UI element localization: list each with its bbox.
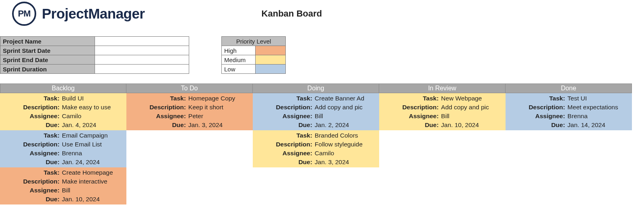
card-field-value: Jan. 24, 2024 bbox=[62, 158, 126, 167]
card-field-value: Use Email List bbox=[62, 140, 126, 149]
project-info-value[interactable] bbox=[95, 46, 189, 55]
card-row-due: Due:Jan. 10, 2024 bbox=[0, 195, 126, 204]
card-field-label: Due: bbox=[253, 158, 315, 167]
kanban-card[interactable]: Task:Email CampaignDescription:Use Email… bbox=[0, 130, 126, 167]
legend-swatch bbox=[256, 46, 286, 55]
project-info-value[interactable] bbox=[95, 65, 189, 74]
kanban-card[interactable]: Task:New WebpageDescription:Add copy and… bbox=[379, 93, 506, 130]
card-field-value: Jan. 3, 2024 bbox=[188, 121, 253, 129]
logo-mark: PM bbox=[12, 2, 36, 26]
project-info-label: Sprint Duration bbox=[0, 65, 95, 74]
card-field-value: Jan. 3, 2024 bbox=[315, 158, 379, 167]
card-row-task: Task:Email Campaign bbox=[0, 131, 126, 140]
card-row-due: Due:Jan. 14, 2024 bbox=[506, 121, 632, 129]
card-field-label: Description: bbox=[0, 103, 62, 112]
card-row-due: Due:Jan. 3, 2024 bbox=[253, 158, 379, 167]
card-field-label: Due: bbox=[253, 121, 315, 129]
card-field-value: Jan. 10, 2024 bbox=[62, 195, 126, 204]
card-row-assignee: Assignee:Bill bbox=[0, 186, 126, 195]
priority-legend: Priority LevelHighMediumLow bbox=[221, 36, 286, 74]
card-field-label: Description: bbox=[379, 103, 441, 112]
card-field-label: Assignee: bbox=[0, 149, 62, 158]
board-column: DoneTask:Test UIDescription:Meet expecta… bbox=[506, 83, 632, 204]
card-row-due: Due:Jan. 4, 2024 bbox=[0, 121, 126, 129]
project-info-value[interactable] bbox=[95, 55, 189, 65]
card-field-label: Assignee: bbox=[253, 149, 315, 158]
logo-text: ProjectManager bbox=[42, 6, 145, 22]
card-field-value: Camilo bbox=[62, 112, 126, 121]
legend-level-name: High bbox=[222, 46, 256, 55]
kanban-card[interactable]: Task:Create Banner AdDescription:Add cop… bbox=[253, 93, 379, 130]
kanban-card[interactable]: Task:Create HomepageDescription:Make int… bbox=[0, 167, 126, 204]
card-field-value: Create Homepage bbox=[62, 168, 126, 177]
card-field-value: Camilo bbox=[315, 149, 379, 158]
card-field-value: Jan. 2, 2024 bbox=[315, 121, 379, 129]
card-row-task: Task:Create Homepage bbox=[0, 168, 126, 177]
card-row-due: Due:Jan. 10, 2024 bbox=[379, 121, 506, 129]
card-field-label: Description: bbox=[253, 140, 315, 149]
card-field-value: Brenna bbox=[568, 112, 632, 121]
card-field-value: Bill bbox=[315, 112, 379, 121]
card-row-due: Due:Jan. 2, 2024 bbox=[253, 121, 379, 129]
card-row-task: Task:Test UI bbox=[506, 94, 632, 103]
card-field-label: Assignee: bbox=[253, 112, 315, 121]
card-field-value: Make easy to use bbox=[62, 103, 126, 112]
card-row-task: Task:Branded Colors bbox=[253, 131, 379, 140]
card-field-label: Description: bbox=[126, 103, 188, 112]
card-row-description: Description:Meet expectations bbox=[506, 103, 632, 112]
card-field-value: Jan. 10, 2024 bbox=[441, 121, 506, 129]
card-row-description: Description:Keep it short bbox=[126, 103, 253, 112]
card-row-description: Description:Follow styleguide bbox=[253, 140, 379, 149]
project-info-row: Project Name bbox=[0, 37, 189, 46]
project-info-table: Project NameSprint Start DateSprint End … bbox=[0, 36, 189, 74]
card-field-value: Email Campaign bbox=[62, 131, 126, 140]
brand-logo: PM ProjectManager bbox=[12, 2, 145, 26]
card-field-label: Task: bbox=[253, 94, 315, 103]
meta-row: Project NameSprint Start DateSprint End … bbox=[0, 36, 644, 74]
board-column: To DoTask:Homepage CopyDescription:Keep … bbox=[126, 83, 253, 204]
project-info-value[interactable] bbox=[95, 37, 189, 46]
card-field-label: Description: bbox=[253, 103, 315, 112]
card-row-description: Description:Add copy and pic bbox=[253, 103, 379, 112]
kanban-card[interactable]: Task:Build UIDescription:Make easy to us… bbox=[0, 93, 126, 130]
column-header: Done bbox=[506, 83, 632, 93]
legend-swatch bbox=[256, 55, 286, 65]
legend-level-name: Medium bbox=[222, 55, 256, 65]
card-field-value: Peter bbox=[188, 112, 253, 121]
kanban-card[interactable]: Task:Homepage CopyDescription:Keep it sh… bbox=[126, 93, 253, 130]
card-field-value: Test UI bbox=[568, 94, 632, 103]
card-field-label: Task: bbox=[0, 168, 62, 177]
card-field-value: Bill bbox=[441, 112, 506, 121]
card-field-value: Jan. 14, 2024 bbox=[568, 121, 632, 129]
legend-row: Medium bbox=[222, 55, 286, 65]
card-field-label: Task: bbox=[253, 131, 315, 140]
column-header: In Review bbox=[379, 83, 506, 93]
project-info-label: Sprint Start Date bbox=[0, 46, 95, 55]
page-title: Kanban Board bbox=[262, 8, 322, 19]
card-row-description: Description:Use Email List bbox=[0, 140, 126, 149]
board-column: In ReviewTask:New WebpageDescription:Add… bbox=[379, 83, 506, 204]
project-info-row: Sprint Duration bbox=[0, 65, 189, 74]
card-field-value: Jan. 4, 2024 bbox=[62, 121, 126, 129]
column-header: Doing bbox=[253, 83, 379, 93]
card-field-value: Add copy and pic bbox=[441, 103, 506, 112]
card-field-value: New Webpage bbox=[441, 94, 506, 103]
card-row-task: Task:New Webpage bbox=[379, 94, 506, 103]
card-field-label: Task: bbox=[0, 131, 62, 140]
kanban-card[interactable]: Task:Branded ColorsDescription:Follow st… bbox=[253, 130, 379, 167]
project-info-label: Sprint End Date bbox=[0, 55, 95, 65]
card-row-assignee: Assignee:Bill bbox=[253, 112, 379, 121]
card-field-label: Due: bbox=[0, 158, 62, 167]
card-field-label: Due: bbox=[0, 121, 62, 129]
card-row-due: Due:Jan. 3, 2024 bbox=[126, 121, 253, 129]
project-info-label: Project Name bbox=[0, 37, 95, 46]
card-field-label: Description: bbox=[506, 103, 568, 112]
legend-swatch bbox=[256, 65, 286, 74]
card-row-task: Task:Create Banner Ad bbox=[253, 94, 379, 103]
kanban-card[interactable]: Task:Test UIDescription:Meet expectation… bbox=[506, 93, 632, 130]
card-field-label: Assignee: bbox=[0, 186, 62, 195]
card-row-assignee: Assignee:Brenna bbox=[0, 149, 126, 158]
card-field-label: Task: bbox=[126, 94, 188, 103]
card-field-label: Due: bbox=[379, 121, 441, 129]
card-field-value: Keep it short bbox=[188, 103, 253, 112]
